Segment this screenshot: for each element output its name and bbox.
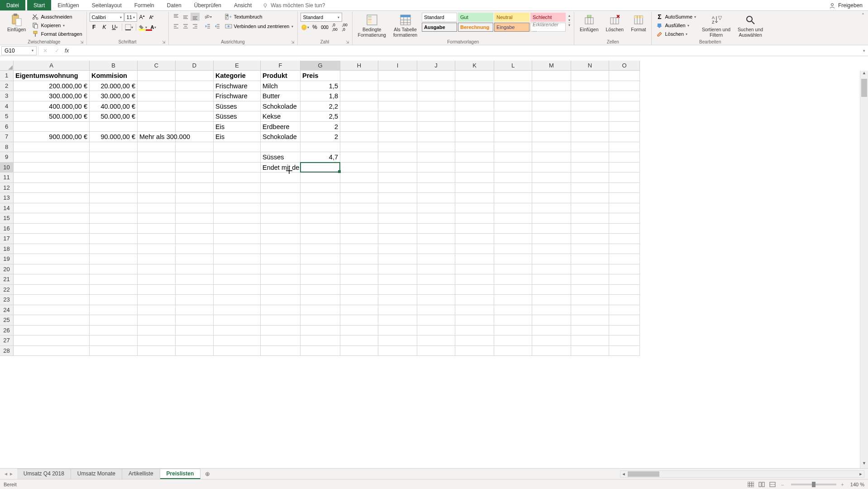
cell[interactable] — [532, 81, 571, 91]
cell[interactable] — [609, 71, 640, 81]
cell[interactable]: 500.000,00 € — [14, 111, 90, 122]
cell[interactable] — [571, 213, 609, 224]
format-as-table-button[interactable]: Als Tabelle formatieren — [391, 13, 420, 38]
cell[interactable]: 300.000,00 € — [14, 91, 90, 101]
cell[interactable]: 90.000,00 € — [90, 132, 138, 142]
cell[interactable] — [455, 183, 494, 193]
column-header[interactable]: F — [261, 61, 300, 71]
underline-button[interactable]: U▾ — [110, 23, 119, 31]
row-header[interactable]: 6 — [0, 122, 14, 132]
row-header[interactable]: 12 — [0, 183, 14, 193]
cell[interactable] — [609, 346, 640, 356]
tab-data[interactable]: Daten — [161, 0, 188, 10]
cell[interactable] — [417, 274, 455, 285]
cell[interactable] — [609, 111, 640, 122]
cell[interactable] — [176, 213, 214, 224]
cell[interactable] — [14, 213, 90, 224]
cell[interactable] — [455, 295, 494, 305]
cell[interactable] — [571, 193, 609, 203]
cell-style-ausgabe[interactable]: Ausgabe — [422, 23, 457, 32]
cell[interactable] — [494, 193, 532, 203]
italic-button[interactable]: K — [100, 23, 109, 31]
cell[interactable] — [571, 203, 609, 214]
cell[interactable] — [138, 326, 176, 336]
cell[interactable] — [300, 285, 340, 295]
cell[interactable] — [214, 203, 261, 214]
cell[interactable] — [609, 91, 640, 101]
cell-style-erklarender[interactable]: Erklärender ... — [530, 23, 566, 32]
cell[interactable] — [455, 326, 494, 336]
cell[interactable] — [90, 244, 138, 254]
cell[interactable] — [378, 71, 417, 81]
cell[interactable] — [532, 193, 571, 203]
cell[interactable] — [14, 264, 90, 275]
cell[interactable] — [609, 295, 640, 305]
cell[interactable]: Süsses — [261, 152, 300, 163]
sheet-tab[interactable]: Umsatz Monate — [71, 469, 122, 479]
cell[interactable] — [138, 91, 176, 101]
cell[interactable] — [378, 254, 417, 264]
cell[interactable]: 40.000,00 € — [90, 101, 138, 112]
cell[interactable] — [455, 213, 494, 224]
cell[interactable]: Eis — [214, 122, 261, 132]
cell[interactable] — [494, 152, 532, 163]
cell[interactable] — [214, 224, 261, 234]
cell[interactable] — [300, 264, 340, 275]
scroll-down-icon[interactable]: ▼ — [860, 461, 868, 468]
cell[interactable] — [14, 285, 90, 295]
cell[interactable] — [494, 213, 532, 224]
cell[interactable] — [176, 152, 214, 163]
cell[interactable] — [261, 142, 300, 153]
cell[interactable] — [300, 213, 340, 224]
cell[interactable] — [261, 213, 300, 224]
cancel-formula-button[interactable]: ✕ — [41, 48, 49, 54]
cell[interactable] — [455, 346, 494, 356]
cell[interactable] — [14, 152, 90, 163]
cell[interactable] — [214, 244, 261, 254]
cell[interactable] — [378, 183, 417, 193]
cell[interactable] — [571, 152, 609, 163]
cell[interactable] — [609, 101, 640, 112]
cell[interactable]: Endet mit de — [261, 163, 300, 173]
align-top-button[interactable] — [172, 13, 181, 21]
cell[interactable] — [14, 244, 90, 254]
sheet-tab[interactable]: Preislisten — [160, 469, 201, 479]
cell[interactable] — [417, 173, 455, 183]
cell[interactable] — [494, 295, 532, 305]
cell[interactable] — [214, 142, 261, 153]
cell[interactable] — [417, 346, 455, 356]
cell[interactable] — [494, 111, 532, 122]
row-header[interactable]: 22 — [0, 285, 14, 295]
cell[interactable] — [138, 152, 176, 163]
styles-scroll-down-icon[interactable]: ▾ — [568, 18, 570, 22]
cell[interactable] — [340, 213, 378, 224]
cell[interactable] — [494, 274, 532, 285]
cell[interactable] — [455, 91, 494, 101]
cell[interactable] — [455, 264, 494, 275]
cell[interactable] — [532, 264, 571, 275]
cell[interactable] — [90, 122, 138, 132]
cell[interactable] — [300, 234, 340, 244]
sheet-nav-prev-icon[interactable]: ◄ — [4, 471, 8, 476]
scroll-left-icon[interactable]: ◄ — [620, 471, 627, 477]
cell[interactable] — [455, 234, 494, 244]
name-box[interactable]: G10 ▾ — [1, 46, 37, 55]
column-header[interactable]: A — [14, 61, 90, 71]
cell[interactable] — [571, 336, 609, 346]
cell[interactable] — [176, 111, 214, 122]
row-header[interactable]: 3 — [0, 91, 14, 101]
cell[interactable] — [417, 315, 455, 326]
cell[interactable] — [176, 234, 214, 244]
cell[interactable]: 30.000,00 € — [90, 91, 138, 101]
cell[interactable] — [494, 173, 532, 183]
cell[interactable] — [571, 224, 609, 234]
cell[interactable] — [455, 101, 494, 112]
cell[interactable] — [609, 244, 640, 254]
cell[interactable] — [261, 274, 300, 285]
cell[interactable] — [300, 193, 340, 203]
cell[interactable] — [494, 224, 532, 234]
column-headers[interactable]: ABCDEFGHIJKLMNO — [14, 61, 860, 71]
cell[interactable] — [609, 213, 640, 224]
cell[interactable] — [214, 173, 261, 183]
bold-button[interactable]: F — [90, 23, 99, 31]
